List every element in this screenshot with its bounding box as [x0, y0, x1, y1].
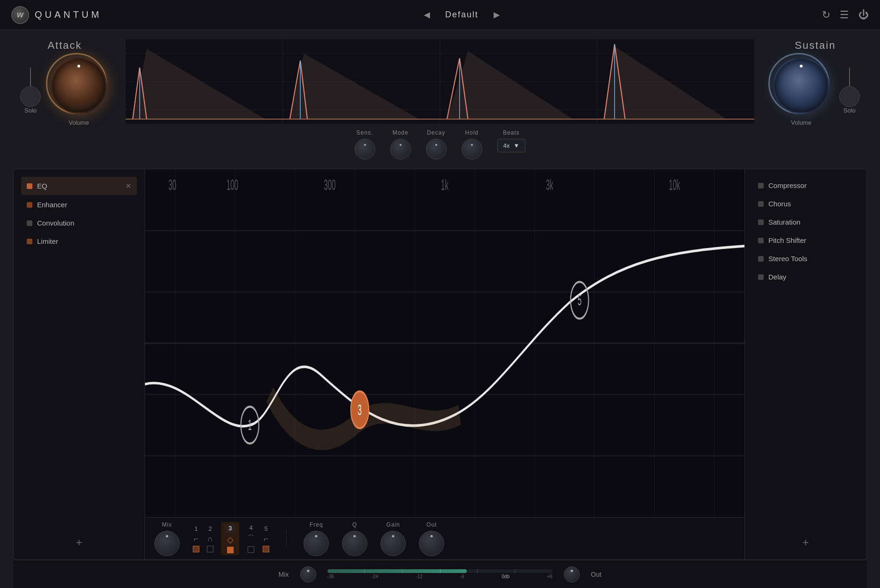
fx-item-enhancer[interactable]: Enhancer: [21, 196, 137, 213]
svg-text:10k: 10k: [669, 177, 681, 193]
fx-item-chorus[interactable]: Chorus: [752, 195, 859, 212]
menu-icon[interactable]: ☰: [840, 9, 849, 21]
beats-dropdown-arrow: ▼: [513, 142, 519, 149]
power-icon[interactable]: ⏻: [858, 9, 869, 21]
sustain-volume-label: Volume: [791, 119, 811, 126]
eq-divider: [286, 529, 287, 548]
visualizer-svg: [126, 39, 754, 124]
main-content: Attack Solo Volume: [0, 30, 880, 588]
mix-scale: -36 -24 -12 -6 0db +6: [327, 574, 553, 579]
attack-solo-label: Solo: [24, 107, 37, 114]
sens-label: Sens.: [357, 129, 373, 136]
eq-q-label: Q: [352, 521, 357, 528]
eq-gain-label: Gain: [387, 521, 400, 528]
fx-item-eq[interactable]: EQ ✕: [21, 177, 137, 195]
band-2-button[interactable]: 2 ∩: [207, 525, 213, 552]
decay-knob[interactable]: [426, 139, 447, 159]
attack-volume-knob[interactable]: [48, 55, 109, 116]
eq-freq-label: Freq: [310, 521, 323, 528]
mode-label: Mode: [393, 129, 409, 136]
fx-dot-eq: [27, 183, 32, 189]
right-sidebar: Compressor Chorus Saturation Pitch Shift…: [744, 169, 866, 559]
sustain-label: Sustain: [795, 39, 835, 52]
attack-knob[interactable]: [51, 58, 107, 114]
svg-text:3k: 3k: [546, 177, 554, 193]
sustain-volume-knob[interactable]: [771, 55, 832, 116]
fx-item-compressor[interactable]: Compressor: [752, 177, 859, 194]
eq-freq-knob[interactable]: [303, 531, 329, 556]
eq-q-control: Q: [342, 521, 367, 556]
band-3-num: 3: [225, 524, 235, 533]
fx-item-pitch-shifter[interactable]: Pitch Shifter: [752, 232, 859, 249]
attack-solo-col: Solo: [20, 68, 41, 114]
mix-label: Mix: [279, 571, 289, 578]
decay-knob-dot: [435, 144, 437, 146]
band-3-sq[interactable]: [227, 547, 234, 553]
visualizer-section: Sens. Mode Decay: [126, 39, 754, 159]
fx-item-delay[interactable]: Delay: [752, 268, 859, 286]
svg-text:3: 3: [358, 402, 362, 418]
header: w QUANTUM ◄ Default ► ↻ ☰ ⏻: [0, 0, 880, 30]
scale-neg24: -24: [372, 574, 378, 579]
fx-dot-convolution: [27, 220, 32, 226]
fx-close-eq[interactable]: ✕: [125, 181, 131, 190]
band-3-button[interactable]: 3 ◇: [221, 522, 239, 555]
mix-slider-track[interactable]: [327, 569, 553, 573]
out-label: Out: [591, 571, 602, 578]
beats-control: Beats 4x ▼: [497, 129, 526, 152]
prev-preset-button[interactable]: ◄: [422, 9, 432, 21]
mix-slider-wrapper: -36 -24 -12 -6 0db +6: [327, 569, 553, 579]
top-section: Attack Solo Volume: [13, 39, 867, 159]
eq-freq-control: Freq: [303, 521, 329, 556]
band-4-button[interactable]: 4 ⌒: [247, 524, 255, 553]
eq-controls-bar: Mix 1 ⌐ 2 ∩: [145, 517, 744, 559]
fx-dot-chorus: [758, 201, 764, 207]
fx-dot-saturation: [758, 219, 764, 225]
band-2-icon: ∩: [207, 534, 213, 544]
fx-item-saturation[interactable]: Saturation: [752, 213, 859, 231]
mode-knob[interactable]: [390, 139, 411, 159]
fx-item-convolution[interactable]: Convolution: [21, 214, 137, 232]
preset-name[interactable]: Default: [445, 10, 478, 20]
sustain-solo-col: Solo: [839, 68, 860, 114]
eq-canvas[interactable]: 30 100 300 1k 3k 10k 1 3: [145, 169, 744, 517]
eq-q-knob[interactable]: [342, 531, 367, 556]
sens-knob[interactable]: [355, 139, 375, 159]
eq-svg: 30 100 300 1k 3k 10k 1 3: [145, 169, 744, 517]
mix-knob[interactable]: [300, 566, 316, 582]
eq-out-label: Out: [426, 521, 437, 528]
refresh-icon[interactable]: ↻: [822, 9, 830, 21]
attack-solo-button[interactable]: [20, 86, 41, 107]
band-1-sq[interactable]: [193, 546, 199, 552]
beats-dropdown[interactable]: 4x ▼: [497, 139, 526, 152]
svg-text:1k: 1k: [441, 177, 448, 193]
fx-add-left-button[interactable]: +: [21, 533, 137, 552]
band-4-sq[interactable]: [248, 546, 254, 553]
band-5-button[interactable]: 5 ⌐: [263, 525, 269, 552]
out-knob[interactable]: [564, 566, 580, 582]
sustain-solo-button[interactable]: [839, 86, 860, 107]
fx-item-stereo-tools[interactable]: Stereo Tools: [752, 250, 859, 267]
fx-name-convolution: Convolution: [37, 219, 74, 227]
sustain-knob[interactable]: [773, 58, 829, 114]
band-5-num: 5: [265, 525, 268, 532]
fx-add-right-button[interactable]: +: [752, 533, 859, 552]
hold-knob-dot: [471, 144, 473, 146]
eq-mix-knob-dot: [166, 535, 168, 537]
logo: w: [11, 6, 29, 24]
fx-dot-compressor: [758, 183, 764, 188]
header-left: w QUANTUM: [11, 6, 102, 24]
band-5-sq[interactable]: [263, 546, 269, 552]
scale-0db: 0db: [502, 574, 510, 579]
eq-mix-knob[interactable]: [154, 531, 180, 556]
controls-row: Sens. Mode Decay: [355, 129, 526, 159]
hold-knob[interactable]: [462, 139, 482, 159]
band-2-sq[interactable]: [207, 546, 213, 552]
fx-item-limiter[interactable]: Limiter: [21, 233, 137, 250]
eq-gain-knob[interactable]: [380, 531, 406, 556]
next-preset-button[interactable]: ►: [492, 9, 502, 21]
band-1-button[interactable]: 1 ⌐: [193, 525, 199, 552]
scale-pos6: +6: [547, 574, 552, 579]
eq-gain-control: Gain: [380, 521, 406, 556]
eq-out-knob[interactable]: [419, 531, 444, 556]
